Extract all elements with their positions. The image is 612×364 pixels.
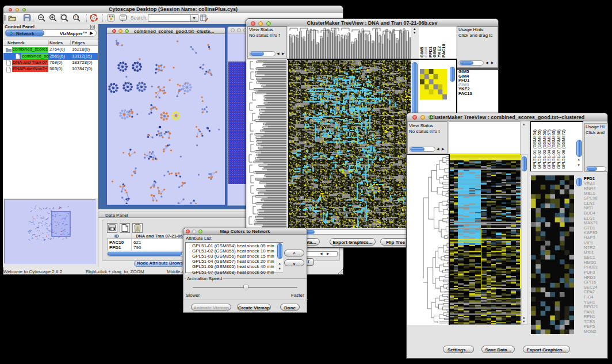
svg-text:GPL51-08 (GSM872): GPL51-08 (GSM872)	[561, 129, 566, 169]
svg-text:PAC10: PAC10	[441, 44, 446, 58]
svg-text:1:1: 1:1	[74, 16, 78, 19]
